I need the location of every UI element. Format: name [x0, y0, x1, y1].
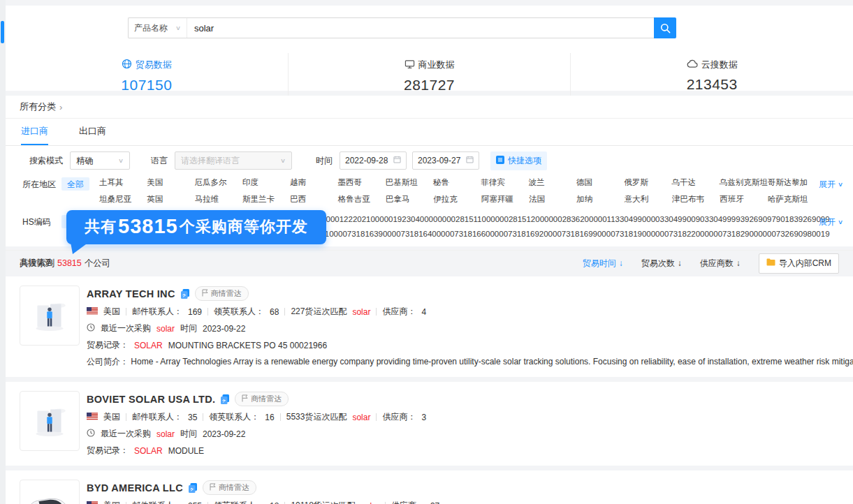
hs-code-option[interactable]: 3304990090 [660, 215, 705, 223]
region-option[interactable]: 伊拉克 [433, 194, 481, 205]
hs-code-option[interactable]: 283620000011 [562, 215, 615, 223]
hs-code-option[interactable]: 281512000000 [509, 215, 562, 223]
translate-icon[interactable] [221, 394, 229, 404]
region-option[interactable]: 法国 [529, 194, 576, 205]
company-image[interactable] [20, 480, 80, 504]
region-option[interactable]: 菲律宾 [481, 177, 528, 188]
region-option[interactable]: 印度 [242, 177, 290, 188]
company-name[interactable]: BOVIET SOLAR USA LTD. [87, 394, 215, 405]
stat-business-data[interactable]: 商业数据 281727 [288, 53, 571, 101]
hs-code-option[interactable]: 731829000000 [722, 230, 776, 238]
quick-options-button[interactable]: 快捷选项 [490, 151, 547, 170]
company-list: ARRAY TECH INC 商情雷达 美国 邮件联系人： 16 [6, 276, 853, 504]
stat-label: 贸易数据 [136, 59, 172, 71]
region-list-row1: 土耳其美国厄瓜多尔印度越南墨西哥巴基斯坦秘鲁菲律宾波兰德国俄罗斯乌干达乌兹别克斯… [99, 177, 815, 188]
region-option[interactable]: 马拉维 [195, 194, 242, 205]
language-placeholder: 请选择翻译语言 [181, 155, 240, 167]
region-option[interactable]: 乌兹别克斯坦 [720, 177, 768, 188]
sort-trade-time[interactable]: 贸易时间 ↓ [583, 258, 623, 269]
linkedin-contact-count: 16 [265, 413, 274, 422]
import-crm-button[interactable]: 导入内部CRM [759, 253, 839, 274]
search-mode-label: 搜索模式 [29, 155, 63, 167]
sort-down-icon: ↓ [736, 258, 741, 268]
supplier-count: 3 [421, 413, 426, 422]
region-option[interactable]: 土耳其 [99, 177, 147, 188]
region-option[interactable]: 巴西 [290, 194, 337, 205]
scrollbar-thumb[interactable] [1, 21, 4, 43]
region-option[interactable]: 俄罗斯 [624, 177, 671, 188]
region-expand-link[interactable]: 展开 ∨ [819, 179, 843, 191]
region-option[interactable]: 意大利 [625, 194, 672, 205]
hs-code-option[interactable]: 732690980019 [776, 230, 830, 238]
hs-code-option[interactable]: 731816390000 [347, 230, 401, 238]
hs-code-option[interactable]: 33049999 [704, 215, 740, 223]
business-radar-tag[interactable]: 商情雷达 [195, 286, 249, 301]
region-option[interactable]: 哈萨克斯坦 [768, 194, 815, 205]
region-option[interactable]: 加纳 [576, 194, 624, 205]
region-option[interactable]: 越南 [290, 177, 337, 188]
region-option[interactable]: 坦桑尼亚 [99, 194, 147, 205]
hs-code-option[interactable]: 392690979018 [741, 215, 794, 223]
translate-icon[interactable] [189, 483, 197, 493]
region-option[interactable]: 厄瓜多尔 [195, 177, 242, 188]
search-input[interactable] [187, 20, 654, 36]
left-scroll-track[interactable] [0, 0, 6, 504]
region-option[interactable]: 墨西哥 [337, 177, 385, 188]
hs-code-option[interactable]: 281511000000 [455, 215, 509, 223]
region-option[interactable]: 西班牙 [720, 194, 767, 205]
stat-trade-data[interactable]: 贸易数据 107150 [6, 53, 288, 101]
region-option[interactable]: 乌干达 [671, 177, 719, 188]
cloud-icon [687, 59, 698, 71]
company-image[interactable] [20, 391, 80, 451]
hs-code-option[interactable]: 731816920000 [508, 230, 562, 238]
region-option[interactable]: 阿塞拜疆 [481, 194, 529, 205]
region-option[interactable]: 斯里兰卡 [242, 194, 290, 205]
time-label: 时间 [316, 155, 333, 167]
company-name[interactable]: ARRAY TECH INC [87, 288, 175, 299]
business-radar-tag[interactable]: 商情雷达 [203, 480, 256, 495]
company-name[interactable]: BYD AMERICA LLC [87, 482, 183, 494]
company-card: BOVIET SOLAR USA LTD. 商情雷达 美国 邮件联系人： [6, 382, 853, 466]
region-option[interactable]: 格鲁吉亚 [338, 194, 386, 205]
region-option[interactable]: 英国 [147, 194, 194, 205]
breadcrumb[interactable]: 所有分类 › [6, 96, 853, 119]
hs-code-option[interactable]: 731819000000 [615, 230, 669, 238]
company-country: 美国 [103, 500, 120, 504]
hs-code-option[interactable]: 3304990000 [615, 215, 660, 223]
date-to-input[interactable]: 2023-09-27 [412, 151, 479, 170]
hs-code-option[interactable]: 731816400000 [401, 230, 455, 238]
region-option[interactable]: 津巴布韦 [672, 194, 720, 205]
person-placeholder-image [28, 399, 71, 443]
tab-importers[interactable]: 进口商 [21, 119, 48, 145]
hs-code-option[interactable]: 731816990000 [562, 230, 615, 238]
sort-supplier-count[interactable]: 供应商数 ↓ [700, 258, 741, 269]
tab-exporters[interactable]: 出口商 [79, 119, 106, 145]
language-select[interactable]: 请选择翻译语言 ∨ [175, 151, 292, 170]
search-category-select[interactable]: 产品名称 ∨ [129, 18, 187, 38]
linkedin-contact-count: 68 [270, 307, 279, 317]
hs-expand-link[interactable]: 展开 ∨ [819, 216, 843, 228]
search-button[interactable] [654, 17, 676, 38]
hs-code-option[interactable]: 731816600000 [454, 230, 508, 238]
region-option[interactable]: 巴拿马 [386, 194, 433, 205]
search-mode-select[interactable]: 精确 ∨ [70, 151, 130, 170]
company-image[interactable] [20, 286, 80, 346]
hs-code-option[interactable]: 230400000000 [402, 215, 455, 223]
translate-icon[interactable] [181, 289, 189, 299]
stat-cloud-search-data[interactable]: 云搜数据 213453 [570, 53, 853, 101]
region-option[interactable]: 哥斯达黎加 [768, 177, 815, 188]
hs-code-option[interactable]: 731822000000 [669, 230, 722, 238]
region-option[interactable]: 美国 [147, 177, 194, 188]
recent-purchase-date: 2023-09-22 [203, 429, 245, 439]
region-option[interactable]: 波兰 [529, 177, 576, 188]
date-from-input[interactable]: 2022-09-28 [340, 151, 407, 170]
sort-trade-count[interactable]: 贸易次数 ↓ [641, 258, 682, 269]
region-option[interactable]: 秘鲁 [433, 177, 481, 188]
hs-code-option[interactable]: 220210000019 [348, 215, 402, 223]
region-option[interactable]: 巴基斯坦 [386, 177, 433, 188]
region-option[interactable]: 德国 [576, 177, 624, 188]
region-all-chip[interactable]: 全部 [61, 177, 89, 191]
business-radar-tag[interactable]: 商情雷达 [235, 392, 289, 406]
stat-label: 云搜数据 [701, 59, 738, 71]
results-prefix: 共搜索到 [20, 258, 54, 269]
